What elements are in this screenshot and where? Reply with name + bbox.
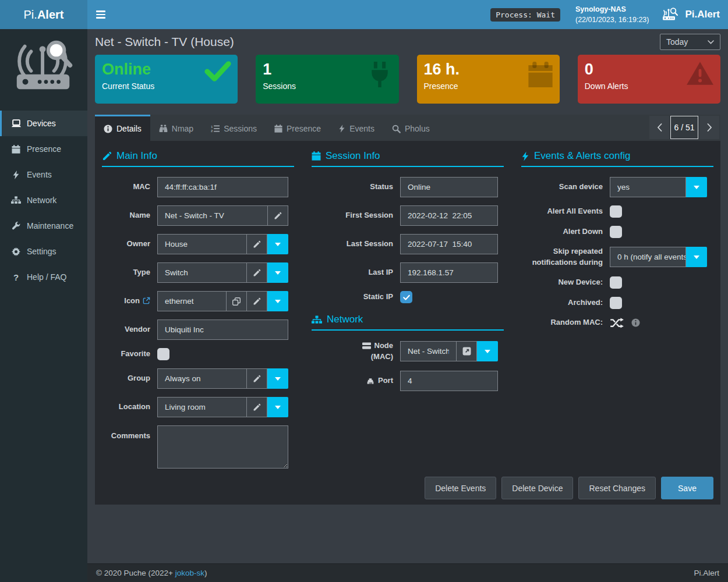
last-ip-input[interactable] [400,262,498,283]
type-input[interactable] [157,262,247,283]
node-mac-input[interactable] [400,341,457,361]
chevron-left-icon [657,123,662,132]
favorite-checkbox[interactable] [157,348,169,360]
field-owner: Owner [102,234,294,254]
edit-icon-button[interactable] [246,291,267,311]
field-label: Node (MAC) [312,340,400,363]
sidebar-item-settings[interactable]: Settings [0,239,87,264]
tab-nmap[interactable]: Nmap [150,115,202,141]
next-device-button[interactable] [699,116,719,139]
field-random-mac: Random MAC: [521,317,713,329]
scan-device-dropdown-button[interactable] [686,177,707,197]
first-session-input[interactable] [400,205,498,226]
owner-input[interactable] [157,234,247,254]
section-session-info: Session Info Status First Session Last S… [312,150,504,477]
period-select[interactable]: Today [660,34,720,50]
open-node-button[interactable] [456,341,477,361]
card-current-status[interactable]: Online Current Status [95,55,238,104]
edit-name-button[interactable] [267,205,288,226]
sidebar-item-devices[interactable]: Devices [0,111,87,136]
edit-location-button[interactable] [246,397,267,417]
tab-label: Presence [287,124,321,133]
port-input[interactable] [400,371,498,391]
location-dropdown-button[interactable] [267,397,288,417]
tab-details[interactable]: Details [95,115,150,141]
status-input[interactable] [400,177,498,197]
bolt-icon [10,171,22,179]
sidebar-item-events[interactable]: Events [0,162,87,187]
alert-down-checkbox[interactable] [610,226,622,238]
caret-down-icon [275,271,281,275]
footer-author-link[interactable]: jokob-sk [175,569,204,577]
save-button[interactable]: Save [661,477,713,499]
tab-sessions[interactable]: 12 Sessions [202,115,266,141]
edit-owner-button[interactable] [246,234,267,254]
alert-all-events-checkbox[interactable] [610,205,622,218]
tab-label: Sessions [224,124,257,133]
skip-notifications-dropdown-button[interactable] [686,247,707,267]
vendor-input[interactable] [157,320,288,340]
group-input[interactable] [157,368,247,389]
laptop-icon [10,119,22,128]
static-ip-checkbox[interactable] [400,291,412,303]
location-input[interactable] [157,397,247,417]
field-alert-all-events: Alert All Events [521,205,713,218]
card-down-alerts[interactable]: 0 Down Alerts [578,55,720,104]
navbar-app: Pi.Alert [662,7,720,22]
skip-notifications-select[interactable]: 0 h (notify all events) [610,247,707,267]
page-header: Net - Switch - TV (House) Today [95,34,720,50]
card-presence[interactable]: 16 h. Presence [417,55,560,104]
tab-pholus[interactable]: Pholus [383,115,439,141]
edit-type-button[interactable] [246,262,267,283]
content-area: Net - Switch - TV (House) Today Online C… [87,29,728,582]
last-session-input[interactable] [400,234,498,254]
sidebar-item-help[interactable]: ? Help / FAQ [0,264,87,290]
name-input[interactable] [157,205,268,226]
field-mac: MAC [102,177,294,197]
field-alert-down: Alert Down [521,226,713,238]
period-select-value: Today [666,37,688,47]
delete-device-button[interactable]: Delete Device [501,477,573,499]
navbar-app-title: Pi.Alert [685,9,720,20]
edit-group-button[interactable] [246,368,267,389]
copy-icon-button[interactable] [226,291,247,311]
icon-dropdown-button[interactable] [267,291,288,311]
tab-events[interactable]: Events [330,115,383,141]
external-link-icon[interactable] [143,297,150,304]
info-circle-icon[interactable] [631,318,640,327]
section-title: Events & Alerts config [534,150,630,162]
sidebar-item-network[interactable]: Network [0,187,87,213]
chevron-down-icon [708,40,714,44]
scan-device-select[interactable]: yes [610,177,707,197]
owner-dropdown-button[interactable] [267,234,288,254]
pencil-icon [274,212,282,220]
delete-events-button[interactable]: Delete Events [425,477,496,499]
external-link-square-icon [462,347,471,356]
group-dropdown-button[interactable] [267,368,288,389]
tab-label: Nmap [172,124,193,133]
sidebar-item-presence[interactable]: Presence [0,136,87,162]
hamburger-icon[interactable] [87,0,114,29]
comments-textarea[interactable] [157,425,288,469]
new-device-checkbox[interactable] [610,276,622,289]
sidebar-item-label: Help / FAQ [27,272,66,282]
session-info-header: Session Info [312,150,504,167]
field-status: Status [312,177,504,197]
type-dropdown-button[interactable] [267,262,288,283]
tab-presence[interactable]: Presence [266,115,330,141]
mac-input[interactable] [157,177,288,197]
pencil-icon [253,375,261,383]
sidebar-item-maintenance[interactable]: Maintenance [0,213,87,239]
card-sessions[interactable]: 1 Sessions [256,55,398,104]
events-alerts-header: Events & Alerts config [521,150,713,167]
search-icon [392,125,401,133]
calendar-icon [312,151,321,161]
icon-input[interactable] [157,291,227,311]
archived-checkbox[interactable] [610,297,622,309]
reset-changes-button[interactable]: Reset Changes [578,477,656,499]
navbar: Process: Wait Synology-NAS (22/01/2023, … [87,0,728,29]
brand-logo[interactable]: Pi.Alert [0,0,87,29]
prev-device-button[interactable] [649,116,669,139]
chevron-right-icon [707,123,712,132]
node-dropdown-button[interactable] [477,341,498,361]
